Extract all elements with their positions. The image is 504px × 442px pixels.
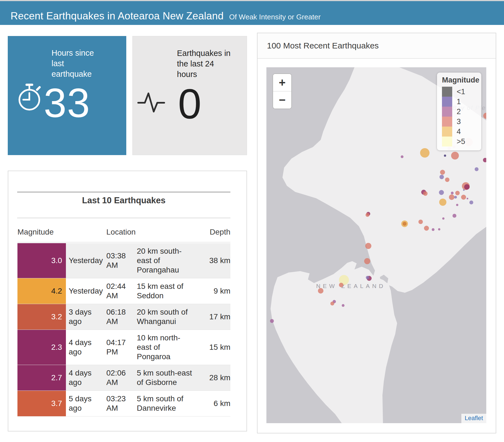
last-24h-value: 0: [133, 83, 247, 125]
location-cell: 5 km south-east of Gisborne: [137, 365, 194, 390]
earthquake-marker[interactable]: [432, 228, 434, 231]
earthquake-marker[interactable]: [449, 194, 454, 200]
earthquake-marker[interactable]: [442, 217, 444, 220]
legend-swatch: [442, 97, 452, 107]
time-cell: 04:17 PM: [106, 330, 137, 365]
earthquake-marker[interactable]: [454, 196, 457, 199]
earthquake-marker[interactable]: [330, 302, 334, 305]
earthquake-marker[interactable]: [469, 201, 473, 204]
earthquake-marker[interactable]: [339, 283, 343, 287]
location-cell: 20 km south-east of Porangahau: [137, 243, 194, 278]
legend-label: 1: [457, 97, 461, 106]
legend-label: 4: [457, 127, 461, 136]
magnitude-cell: 4.2: [17, 278, 66, 304]
table-row: 2.74 days ago02:06 AM5 km south-east of …: [17, 365, 230, 391]
earthquake-marker[interactable]: [475, 167, 479, 171]
time-cell: 03:23 AM: [106, 391, 137, 416]
legend-swatch: [442, 137, 452, 147]
map-zoom-control: + −: [272, 73, 292, 109]
table-row: 4.2Yesterday02:44 AM15 km east of Seddon…: [17, 278, 230, 304]
earthquake-marker[interactable]: [403, 222, 407, 226]
legend-item: 1: [442, 97, 481, 107]
legend-swatch: [442, 127, 452, 137]
earthquake-marker[interactable]: [366, 276, 369, 279]
earthquake-marker[interactable]: [445, 178, 449, 182]
earthquake-marker[interactable]: [444, 155, 446, 157]
last-24h-label: Earthquakes in the last 24 hours: [177, 48, 235, 79]
hours-since-card: Hours since last earthquake 33: [8, 36, 126, 155]
depth-cell: 38 km: [194, 243, 230, 278]
earthquake-marker[interactable]: [455, 191, 460, 195]
earthquake-marker[interactable]: [318, 288, 323, 294]
map-attribution: Leaflet: [461, 414, 486, 423]
earthquake-marker[interactable]: [364, 258, 370, 264]
earthquake-marker[interactable]: [463, 189, 465, 191]
legend-swatch: [442, 87, 452, 97]
column-header-location: Location: [106, 228, 163, 237]
earthquake-marker[interactable]: [366, 213, 369, 217]
earthquake-marker[interactable]: [401, 155, 403, 158]
date-cell: 4 days ago: [66, 365, 106, 390]
legend-swatch: [442, 117, 452, 127]
magnitude-cell: 3.2: [17, 304, 66, 330]
hours-since-value: 33: [8, 83, 126, 124]
earthquake-marker[interactable]: [452, 214, 456, 218]
earthquake-marker[interactable]: [270, 319, 274, 323]
hours-since-label: Hours since last earthquake: [52, 48, 101, 79]
earthquake-marker[interactable]: [424, 226, 429, 231]
earthquake-marker[interactable]: [461, 195, 466, 200]
zoom-out-button[interactable]: −: [273, 91, 291, 109]
time-cell: 02:44 AM: [106, 278, 137, 304]
date-cell: Yesterday: [66, 243, 106, 278]
time-cell: 03:38 AM: [106, 243, 137, 278]
table-row: 3.0Yesterday03:38 AM20 km south-east of …: [17, 243, 230, 278]
legend-label: <1: [457, 88, 465, 96]
legend-label: 2: [457, 107, 461, 116]
earthquake-marker[interactable]: [418, 220, 423, 224]
location-cell: 5 km south of Dannevirke: [137, 391, 194, 416]
earthquake-marker[interactable]: [438, 228, 440, 230]
earthquake-marker[interactable]: [439, 175, 444, 179]
depth-cell: 17 km: [194, 304, 230, 330]
earthquake-marker[interactable]: [464, 184, 470, 190]
leaflet-map[interactable]: Bay of Ple NEW ZEALAND + − Magnitude <11…: [266, 67, 486, 423]
zoom-in-button[interactable]: +: [273, 74, 291, 91]
table-row: 3.75 days ago03:23 AM5 km south of Danne…: [17, 391, 230, 417]
page-subtitle: Of Weak Intensity or Greater: [229, 13, 320, 21]
magnitude-cell: 2.7: [17, 365, 66, 390]
column-header-magnitude: Magnitude: [17, 228, 106, 237]
divider: [17, 218, 230, 218]
last-10-earthquakes-panel: Last 10 Earthquakes Magnitude Location D…: [8, 171, 247, 431]
leaflet-link[interactable]: Leaflet: [465, 415, 483, 422]
table-row: 2.34 days ago04:17 PM10 km north-east of…: [17, 330, 230, 365]
earthquake-marker[interactable]: [483, 158, 486, 162]
earthquake-marker[interactable]: [451, 152, 459, 160]
date-cell: 4 days ago: [66, 330, 106, 365]
app-header: Recent Earthquakes in Aotearoa New Zeala…: [0, 1, 504, 25]
magnitude-cell: 3.0: [17, 243, 66, 278]
earthquake-marker[interactable]: [440, 170, 445, 175]
location-cell: 10 km north-east of Pongaroa: [137, 330, 194, 365]
earthquake-marker[interactable]: [423, 191, 428, 196]
column-header-depth: Depth: [163, 228, 230, 237]
location-cell: 15 km east of Seddon: [137, 278, 194, 304]
legend-item: 3: [442, 117, 481, 127]
table-header-row: Magnitude Location Depth: [17, 223, 230, 241]
earthquake-marker[interactable]: [342, 304, 344, 307]
legend-label: 3: [457, 117, 461, 126]
earthquake-marker[interactable]: [365, 243, 371, 249]
earthquake-marker[interactable]: [420, 148, 430, 158]
date-cell: 5 days ago: [66, 391, 106, 416]
location-cell: 20 km south of Whanganui: [137, 304, 194, 330]
table-body: 3.0Yesterday03:38 AM20 km south-east of …: [17, 243, 230, 417]
earthquake-marker[interactable]: [439, 190, 444, 195]
legend-item: 4: [442, 127, 481, 137]
legend-label: >5: [457, 137, 465, 146]
earthquake-marker[interactable]: [451, 192, 454, 194]
magnitude-cell: 2.3: [17, 330, 66, 365]
depth-cell: 28 km: [194, 365, 230, 390]
earthquake-marker[interactable]: [439, 199, 446, 206]
earthquake-marker[interactable]: [456, 204, 458, 206]
earthquake-marker[interactable]: [467, 198, 468, 199]
depth-cell: 9 km: [194, 278, 230, 304]
